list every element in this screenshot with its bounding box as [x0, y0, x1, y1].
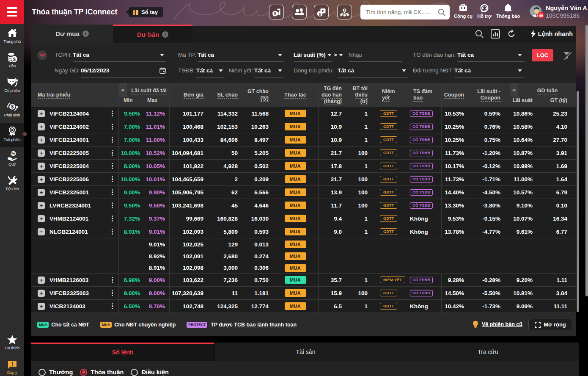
svg-text:$: $: [13, 57, 16, 62]
svg-text:$: $: [274, 11, 276, 16]
svg-text:$: $: [319, 11, 321, 16]
svg-text:$: $: [11, 104, 14, 110]
svg-text:%: %: [11, 151, 15, 156]
